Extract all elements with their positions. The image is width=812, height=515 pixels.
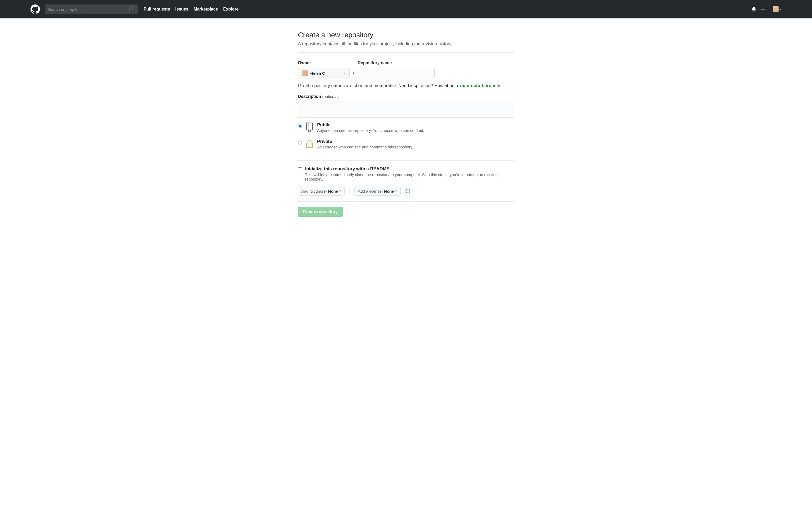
svg-point-6 xyxy=(308,144,308,145)
desc-label-text: Description xyxy=(298,94,321,99)
notifications-icon[interactable] xyxy=(752,7,756,11)
lock-icon xyxy=(306,139,314,148)
header-left: / Pull requests Issues Marketplace Explo… xyxy=(30,4,752,14)
user-menu[interactable] xyxy=(773,6,782,12)
repo-name-label: Repository name xyxy=(358,60,435,65)
main-content: Create a new repository A repository con… xyxy=(298,19,514,233)
public-desc: Anyone can see this repository. You choo… xyxy=(317,128,424,133)
visibility-private: Private You choose who can see and commi… xyxy=(298,139,514,149)
github-logo-icon[interactable] xyxy=(30,4,40,14)
nav-links: Pull requests Issues Marketplace Explore xyxy=(144,7,238,11)
selectors-row: Add .gitignore: None Add a license: None xyxy=(298,187,514,195)
private-title: Private xyxy=(317,139,413,144)
name-hint: Great repository names are short and mem… xyxy=(298,83,514,88)
vertical-separator xyxy=(349,188,350,194)
public-text: Public Anyone can see this repository. Y… xyxy=(317,123,424,133)
readme-checkbox[interactable] xyxy=(298,167,302,171)
caret-down-icon xyxy=(344,73,346,74)
license-select[interactable]: Add a license: None xyxy=(354,187,401,195)
page-subtitle: A repository contains all the files for … xyxy=(298,41,514,47)
nav-issues[interactable]: Issues xyxy=(175,7,188,11)
svg-point-4 xyxy=(307,126,308,126)
readme-desc: This will let you immediately clone the … xyxy=(305,172,500,181)
private-desc: You choose who can see and commit to thi… xyxy=(317,145,413,149)
license-value: None xyxy=(384,189,394,193)
page-title: Create a new repository xyxy=(298,31,514,39)
svg-point-7 xyxy=(308,146,308,146)
caret-down-icon xyxy=(339,191,341,192)
private-radio[interactable] xyxy=(298,140,302,144)
init-section: Initialize this repository with a README… xyxy=(298,161,514,201)
readme-text: Initialize this repository with a README… xyxy=(305,166,500,181)
nav-pull-requests[interactable]: Pull requests xyxy=(144,7,170,11)
public-radio[interactable] xyxy=(298,124,302,128)
repo-name-field: Repository name xyxy=(358,60,435,78)
public-title: Public xyxy=(317,123,424,128)
info-icon[interactable] xyxy=(405,189,410,193)
repo-name-section: Owner Helen C / Repository name Great re… xyxy=(298,53,514,117)
readme-title: Initialize this repository with a README xyxy=(305,166,500,171)
search-input[interactable] xyxy=(47,7,129,11)
nav-marketplace[interactable]: Marketplace xyxy=(194,7,218,11)
repo-name-input[interactable] xyxy=(358,68,435,78)
caret-down-icon xyxy=(779,9,782,10)
create-repository-button[interactable]: Create repository xyxy=(298,207,343,217)
create-new-menu[interactable] xyxy=(761,7,768,11)
owner-field: Owner Helen C xyxy=(298,60,350,78)
gitignore-value: None xyxy=(328,189,338,193)
avatar xyxy=(773,6,779,12)
gitignore-select[interactable]: Add .gitignore: None xyxy=(298,187,345,195)
app-header: / Pull requests Issues Marketplace Explo… xyxy=(0,0,812,19)
caret-down-icon xyxy=(395,191,397,192)
owner-value: Helen C xyxy=(310,71,325,76)
owner-select[interactable]: Helen C xyxy=(298,68,350,78)
hint-suffix: . xyxy=(500,83,501,88)
nav-explore[interactable]: Explore xyxy=(223,7,239,11)
gitignore-prefix: Add .gitignore: xyxy=(301,189,327,193)
owner-label: Owner xyxy=(298,60,350,65)
visibility-section: Public Anyone can see this repository. Y… xyxy=(298,118,514,160)
license-prefix: Add a license: xyxy=(358,189,383,193)
owner-avatar xyxy=(302,70,308,76)
desc-optional: (optional) xyxy=(322,94,339,99)
visibility-public: Public Anyone can see this repository. Y… xyxy=(298,123,514,133)
name-suggestion[interactable]: urban-octo-barnacle xyxy=(457,83,500,88)
svg-rect-5 xyxy=(307,143,313,148)
description-input[interactable] xyxy=(298,102,514,112)
svg-point-10 xyxy=(408,190,408,190)
description-label: Description (optional) xyxy=(298,94,514,99)
submit-row: Create repository xyxy=(298,207,514,217)
header-right xyxy=(752,6,782,12)
readme-check-row: Initialize this repository with a README… xyxy=(298,166,514,181)
caret-down-icon xyxy=(766,9,768,10)
slash-separator: / xyxy=(353,70,354,78)
svg-point-2 xyxy=(307,124,308,125)
private-text: Private You choose who can see and commi… xyxy=(317,139,413,149)
repo-icon xyxy=(306,123,314,132)
hint-prefix: Great repository names are short and mem… xyxy=(298,83,457,88)
svg-point-3 xyxy=(307,125,308,126)
slash-key-icon: / xyxy=(129,6,135,12)
search-box[interactable]: / xyxy=(45,4,138,14)
